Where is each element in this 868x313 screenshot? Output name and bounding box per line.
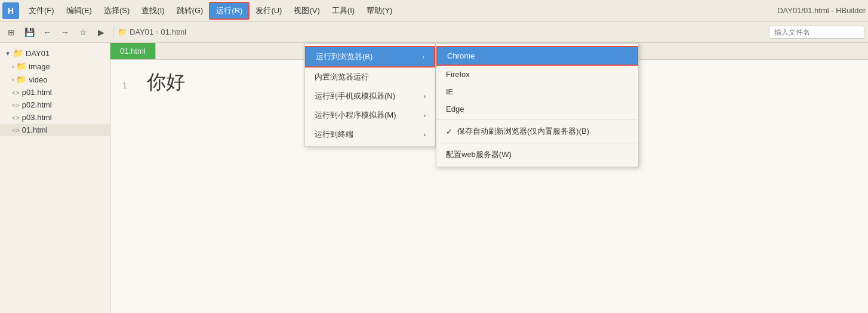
sidebar: ▼ 📁 DAY01 › 📁 image › 📁 video <> p01.htm… bbox=[0, 43, 110, 313]
sidebar-item-label-p01: p01.html bbox=[22, 88, 52, 97]
submenu-arrow-phone: › bbox=[424, 93, 426, 100]
breadcrumb-sep: › bbox=[156, 27, 158, 36]
sidebar-item-label-01html: 01.html bbox=[22, 125, 48, 134]
configure-server-item[interactable]: 配置web服务器(W) bbox=[436, 145, 638, 164]
menu-select[interactable]: 选择(S) bbox=[98, 3, 136, 19]
toolbar: ⊞ 💾 ← → ☆ ▶ 📁 DAY01 › 01.html bbox=[0, 22, 868, 43]
browser-ie-item[interactable]: IE bbox=[436, 83, 638, 100]
sidebar-item-p03[interactable]: <> p03.html bbox=[0, 111, 110, 124]
sidebar-item-p01[interactable]: <> p01.html bbox=[0, 86, 110, 99]
run-to-browser-label: 运行到浏览器(B) bbox=[316, 51, 373, 62]
browser-chrome-label: Chrome bbox=[447, 51, 475, 60]
star-btn[interactable]: ☆ bbox=[75, 24, 91, 40]
breadcrumb-folder[interactable]: DAY01 bbox=[130, 27, 153, 36]
configure-server-label: 配置web服务器(W) bbox=[446, 149, 512, 160]
browser-firefox-label: Firefox bbox=[446, 70, 470, 79]
run-dropdown: 运行到浏览器(B) › 内置浏览器运行 运行到手机或模拟器(N) › 运行到小程… bbox=[304, 43, 436, 147]
window-title: DAY01/01.html - HBuilder bbox=[777, 6, 866, 15]
menu-view[interactable]: 视图(V) bbox=[288, 3, 325, 19]
sidebar-item-p02[interactable]: <> p02.html bbox=[0, 99, 110, 111]
folder-icon-video: 📁 bbox=[16, 75, 26, 84]
run-btn[interactable]: ▶ bbox=[93, 24, 109, 40]
folder-icon: 📁 bbox=[13, 48, 23, 58]
expand-arrow: ▼ bbox=[5, 50, 11, 57]
builtin-browser-item[interactable]: 内置浏览器运行 bbox=[305, 67, 435, 87]
expand-arrow-video: › bbox=[12, 76, 14, 83]
new-file-btn[interactable]: ⊞ bbox=[4, 24, 19, 40]
file-icon-01html: <> bbox=[12, 127, 20, 134]
breadcrumb-folder-icon: 📁 bbox=[118, 27, 127, 36]
menu-tools[interactable]: 工具(I) bbox=[326, 3, 361, 19]
breadcrumb: 📁 DAY01 › 01.html bbox=[118, 27, 186, 36]
browser-edge-label: Edge bbox=[446, 105, 464, 113]
check-mark-icon: ✓ bbox=[446, 127, 453, 136]
menu-goto[interactable]: 跳转(G) bbox=[171, 3, 210, 19]
sidebar-item-image[interactable]: › 📁 image bbox=[0, 60, 110, 73]
run-to-miniapp-item[interactable]: 运行到小程序模拟器(M) › bbox=[305, 106, 435, 125]
sidebar-item-label-image: image bbox=[29, 62, 50, 71]
sidebar-item-label-video: video bbox=[29, 75, 47, 84]
run-to-miniapp-label: 运行到小程序模拟器(M) bbox=[315, 110, 396, 121]
run-to-terminal-label: 运行到终端 bbox=[315, 129, 353, 140]
menu-run[interactable]: 运行(R) bbox=[209, 2, 250, 20]
menu-help[interactable]: 帮助(Y) bbox=[361, 3, 398, 19]
app-logo: H bbox=[2, 2, 19, 19]
sidebar-item-label-p02: p02.html bbox=[22, 100, 52, 109]
sidebar-item-label-p03: p03.html bbox=[22, 113, 52, 122]
browser-menu-divider2 bbox=[436, 143, 638, 143]
editor-text: 你好 bbox=[147, 71, 185, 93]
run-to-phone-item[interactable]: 运行到手机或模拟器(N) › bbox=[305, 87, 435, 106]
browser-ie-label: IE bbox=[446, 87, 453, 96]
sidebar-item-01html[interactable]: <> 01.html bbox=[0, 124, 110, 136]
run-to-browser-item[interactable]: 运行到浏览器(B) › bbox=[305, 46, 435, 67]
forward-btn[interactable]: → bbox=[57, 24, 73, 40]
menu-edit[interactable]: 编辑(E) bbox=[60, 3, 98, 19]
menu-publish[interactable]: 发行(U) bbox=[250, 3, 288, 19]
run-to-terminal-item[interactable]: 运行到终端 › bbox=[305, 125, 435, 144]
auto-refresh-label: 保存自动刷新浏览器(仅内置服务器)(B) bbox=[457, 126, 589, 137]
browser-dropdown: Chrome Firefox IE Edge ✓ 保存自动刷新浏览器(仅内置服务… bbox=[436, 43, 639, 167]
auto-refresh-item[interactable]: ✓ 保存自动刷新浏览器(仅内置服务器)(B) bbox=[436, 122, 638, 141]
submenu-arrow-browser: › bbox=[423, 54, 424, 60]
submenu-arrow-miniapp: › bbox=[424, 112, 426, 119]
back-btn[interactable]: ← bbox=[39, 24, 55, 40]
file-icon-p02: <> bbox=[12, 102, 20, 109]
browser-menu-divider bbox=[436, 119, 638, 120]
menu-find[interactable]: 查找(I) bbox=[136, 3, 170, 19]
file-icon-p03: <> bbox=[12, 114, 20, 121]
builtin-browser-label: 内置浏览器运行 bbox=[315, 72, 369, 82]
menubar: H 文件(F) 编辑(E) 选择(S) 查找(I) 跳转(G) 运行(R) 发行… bbox=[0, 0, 868, 22]
breadcrumb-file[interactable]: 01.html bbox=[161, 27, 187, 36]
browser-edge-item[interactable]: Edge bbox=[436, 100, 638, 118]
toolbar-sep bbox=[113, 26, 113, 38]
file-icon-p01: <> bbox=[12, 89, 20, 96]
menu-file[interactable]: 文件(F) bbox=[23, 3, 60, 19]
search-input[interactable] bbox=[769, 26, 864, 39]
save-btn[interactable]: 💾 bbox=[21, 24, 37, 40]
run-to-phone-label: 运行到手机或模拟器(N) bbox=[315, 91, 395, 102]
line-number: 1 bbox=[122, 81, 127, 90]
expand-arrow-image: › bbox=[12, 63, 14, 70]
sidebar-item-label: DAY01 bbox=[26, 49, 50, 58]
sidebar-item-day01[interactable]: ▼ 📁 DAY01 bbox=[0, 47, 110, 60]
submenu-arrow-terminal: › bbox=[424, 131, 426, 138]
tab-01html[interactable]: 01.html bbox=[110, 43, 156, 59]
browser-chrome-item[interactable]: Chrome bbox=[436, 46, 638, 66]
sidebar-item-video[interactable]: › 📁 video bbox=[0, 73, 110, 86]
browser-firefox-item[interactable]: Firefox bbox=[436, 66, 638, 83]
folder-icon-image: 📁 bbox=[16, 62, 26, 71]
